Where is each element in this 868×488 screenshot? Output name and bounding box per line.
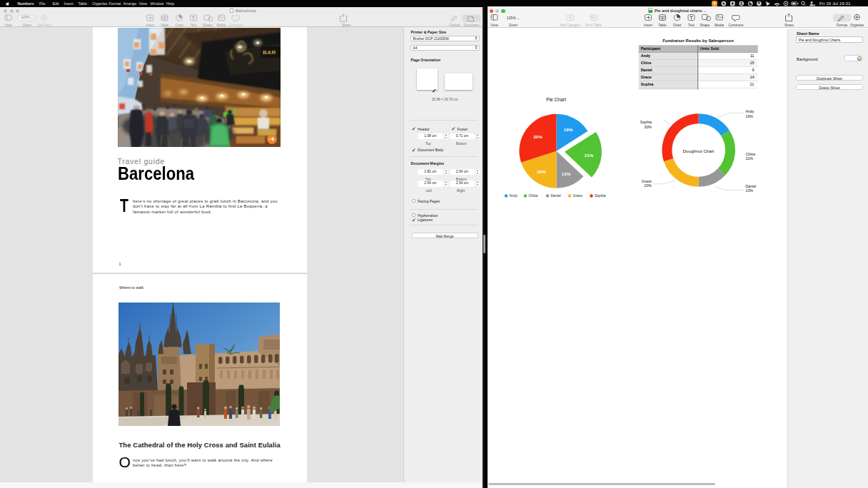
svg-text:Participant: Participant bbox=[641, 46, 661, 51]
svg-text:14: 14 bbox=[750, 75, 755, 79]
svg-text:Chloe: Chloe bbox=[746, 152, 756, 156]
svg-text:Grace: Grace bbox=[641, 75, 652, 79]
svg-text:Chloe: Chloe bbox=[641, 61, 652, 65]
svg-text:15: 15 bbox=[750, 61, 755, 65]
svg-text:30%: 30% bbox=[645, 125, 652, 129]
svg-text:Units Sold: Units Sold bbox=[700, 46, 719, 51]
svg-text:20%: 20% bbox=[537, 169, 546, 174]
svg-text:9: 9 bbox=[752, 68, 755, 72]
svg-text:21: 21 bbox=[750, 82, 755, 86]
svg-text:Daniel: Daniel bbox=[551, 193, 561, 198]
svg-text:Pie Chart: Pie Chart bbox=[546, 97, 566, 102]
svg-text:Sophia: Sophia bbox=[595, 193, 606, 198]
svg-text:Sophia: Sophia bbox=[641, 82, 654, 86]
svg-text:21%: 21% bbox=[585, 153, 594, 158]
svg-text:Daniel: Daniel bbox=[746, 184, 757, 188]
svg-text:Andy: Andy bbox=[641, 54, 650, 58]
svg-text:16%: 16% bbox=[564, 127, 573, 132]
svg-text:Daniel: Daniel bbox=[641, 68, 652, 72]
svg-text:21%: 21% bbox=[746, 156, 754, 161]
svg-text:13%: 13% bbox=[562, 171, 571, 176]
svg-text:30%: 30% bbox=[533, 134, 542, 139]
svg-text:Andy: Andy bbox=[746, 109, 755, 113]
svg-text:Fundraiser Results by Salesper: Fundraiser Results by Salesperson bbox=[662, 39, 734, 43]
svg-text:Chloe: Chloe bbox=[529, 193, 538, 198]
svg-text:Sophia: Sophia bbox=[640, 120, 652, 124]
svg-text:13%: 13% bbox=[746, 188, 754, 193]
svg-text:Grace: Grace bbox=[642, 179, 652, 183]
svg-text:16%: 16% bbox=[746, 114, 754, 118]
svg-text:Andy: Andy bbox=[510, 193, 518, 198]
svg-text:Doughnut Chart: Doughnut Chart bbox=[683, 148, 715, 153]
svg-text:BAR: BAR bbox=[263, 49, 276, 56]
svg-text:11: 11 bbox=[750, 54, 755, 58]
svg-text:20%: 20% bbox=[645, 183, 652, 188]
svg-text:Grace: Grace bbox=[573, 193, 583, 198]
